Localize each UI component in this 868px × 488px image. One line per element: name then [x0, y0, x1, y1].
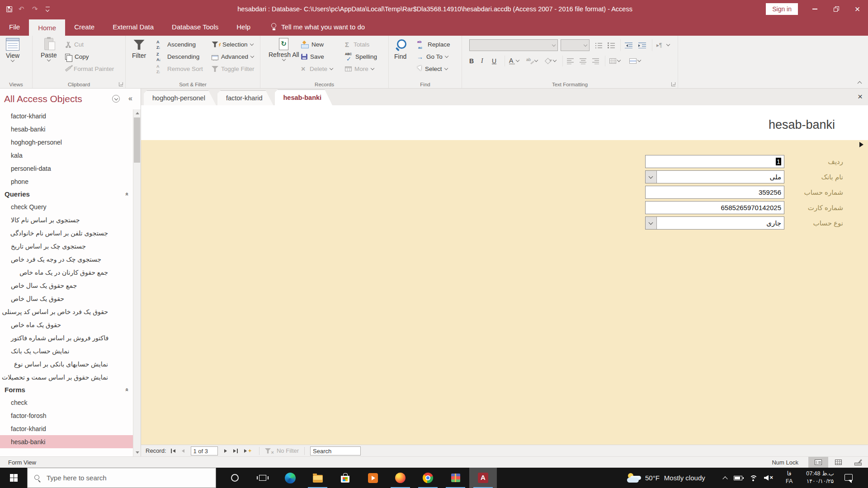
nav-item[interactable]: factor-kharid	[0, 109, 133, 122]
nav-item[interactable]: جمع حقوق یک سال خاص	[0, 279, 133, 292]
nav-item[interactable]	[0, 448, 133, 456]
new-record-nav-button[interactable]	[242, 449, 254, 453]
tab-create[interactable]: Create	[65, 18, 104, 36]
italic-button[interactable]	[481, 56, 486, 66]
scrollbar-thumb[interactable]	[134, 117, 140, 163]
nav-item[interactable]: جستجوی تلفن بر اساس نام خانوادگی	[0, 226, 133, 239]
nav-item[interactable]: جستجوی چک در وجه یک فرد خاص	[0, 253, 133, 266]
nav-item[interactable]: فاکتور فروش بر اساس شماره فاکتور	[0, 331, 133, 344]
collapse-section-icon[interactable]: «	[124, 192, 131, 196]
language-indicator[interactable]: فا FA	[786, 470, 793, 485]
scrollbar-down-icon[interactable]	[133, 449, 141, 456]
cortana-button[interactable]	[221, 468, 249, 488]
scrollbar-up-icon[interactable]	[133, 109, 141, 117]
align-center-button[interactable]	[580, 56, 586, 66]
background-color-button[interactable]	[545, 56, 556, 66]
doc-tab-hesab-banki[interactable]: hesab-banki	[275, 89, 333, 105]
microsoft-store-button[interactable]	[331, 468, 359, 488]
doc-tab-hoghogh-personel[interactable]: hoghogh-personel	[144, 90, 216, 105]
paste-button[interactable]: Paste	[41, 38, 57, 61]
totals-button[interactable]: Totals	[345, 38, 377, 51]
save-icon[interactable]	[6, 6, 12, 12]
task-view-button[interactable]	[249, 468, 276, 488]
battery-icon[interactable]	[734, 476, 742, 480]
wifi-icon[interactable]	[749, 475, 757, 481]
tab-help[interactable]: Help	[227, 18, 259, 36]
text-formatting-dialog-launcher-icon[interactable]	[671, 82, 675, 86]
winrar-button[interactable]	[442, 468, 469, 488]
font-name-combo[interactable]	[469, 39, 558, 51]
no-filter-icon[interactable]	[265, 448, 271, 454]
nav-item[interactable]: جمع حقوق کارنان در یک ماه خاص	[0, 266, 133, 279]
format-painter-button[interactable]: Format Painter	[65, 63, 114, 75]
tab-home[interactable]: Home	[29, 19, 65, 36]
record-position-box[interactable]: 1 of 3	[191, 446, 218, 455]
copy-button[interactable]: Copy	[65, 51, 114, 63]
new-record-button[interactable]: New	[301, 38, 333, 51]
ascending-button[interactable]: Ascending	[156, 38, 203, 51]
font-size-combo[interactable]	[561, 39, 590, 51]
highlight-color-button[interactable]	[526, 56, 538, 66]
tray-expand-icon[interactable]	[722, 476, 727, 481]
start-button[interactable]	[0, 468, 27, 488]
align-left-button[interactable]	[567, 56, 574, 66]
field-input-5[interactable]: جاری	[645, 216, 784, 230]
field-input-3[interactable]: 359256	[645, 186, 784, 199]
save-record-button[interactable]: Save	[301, 51, 333, 63]
tab-external-data[interactable]: External Data	[104, 18, 163, 36]
nav-item[interactable]: جستجوی بر اساس نام کالا	[0, 213, 133, 226]
nav-item[interactable]: check Query	[0, 200, 133, 213]
tell-me-box[interactable]: Tell me what you want to do	[271, 18, 365, 36]
minimize-button[interactable]	[804, 0, 826, 18]
nav-item[interactable]: hesab-banki	[0, 122, 133, 136]
nav-item[interactable]: حقوق یک فرد خاص بر اساس کد پرسنلی	[0, 305, 133, 318]
clipboard-dialog-launcher-icon[interactable]	[119, 82, 123, 86]
field-input-4[interactable]: 6585265970142025	[645, 201, 784, 214]
nav-item[interactable]: personeli-data	[0, 162, 133, 175]
edge-button[interactable]	[276, 468, 304, 488]
replace-button[interactable]: Replace	[417, 38, 450, 51]
field-input-1[interactable]: 1	[645, 155, 784, 168]
combo-dropdown-icon[interactable]	[646, 171, 657, 183]
descending-button[interactable]: Descending	[156, 51, 203, 63]
nav-item[interactable]: kala	[0, 149, 133, 162]
nav-pane-menu-icon[interactable]	[112, 95, 120, 103]
nav-item[interactable]: hesab-banki	[0, 435, 133, 448]
access-button[interactable]	[469, 468, 497, 488]
decrease-indent-button[interactable]	[625, 40, 632, 51]
nav-item[interactable]: check	[0, 396, 133, 409]
collapse-section-icon[interactable]: «	[124, 388, 131, 391]
nav-item[interactable]: phone	[0, 175, 133, 188]
doc-tab-factor-kharid[interactable]: factor-kharid	[217, 90, 274, 105]
nav-item[interactable]: حقوق یک سال خاص	[0, 292, 133, 305]
first-record-button[interactable]	[169, 449, 177, 453]
nav-pane-collapse-icon[interactable]: «	[128, 94, 132, 103]
go-to-button[interactable]: Go To	[417, 51, 450, 63]
find-button[interactable]: Find	[394, 38, 406, 60]
remove-sort-button[interactable]: Remove Sort	[156, 63, 203, 75]
nav-section-header[interactable]: Queries«	[0, 188, 133, 200]
close-button[interactable]: ×	[847, 0, 868, 18]
selection-button[interactable]: Selection	[212, 38, 255, 51]
advanced-button[interactable]: Advanced	[212, 51, 255, 63]
more-button[interactable]: More	[345, 63, 377, 75]
nav-item[interactable]: جستجوی چک بر اساس تاریخ	[0, 239, 133, 253]
font-color-button[interactable]	[509, 56, 519, 66]
weather-widget[interactable]: 50°F Mostly cloudy	[626, 468, 705, 488]
toggle-filter-button[interactable]: Toggle Filter	[212, 63, 255, 75]
combo-dropdown-icon[interactable]	[646, 217, 657, 229]
restore-button[interactable]	[826, 0, 847, 18]
delete-record-button[interactable]: Delete	[301, 63, 333, 75]
nav-item[interactable]: نمایش حسابهای بانکی بر اساس نوع	[0, 357, 133, 371]
volume-muted-icon[interactable]	[764, 475, 773, 481]
taskbar-search-box[interactable]: Type here to search	[27, 468, 216, 488]
field-input-2[interactable]: ملی	[645, 170, 784, 183]
cut-button[interactable]: Cut	[65, 38, 114, 51]
nav-pane-scrollbar[interactable]	[133, 109, 141, 456]
shutter-arrow-icon[interactable]	[859, 142, 866, 147]
nav-item[interactable]: hoghogh-personel	[0, 136, 133, 149]
close-tab-icon[interactable]: ×	[858, 92, 863, 101]
text-direction-button[interactable]	[656, 40, 670, 51]
alternate-row-color-button[interactable]	[629, 56, 641, 66]
action-center-icon[interactable]	[844, 474, 853, 481]
